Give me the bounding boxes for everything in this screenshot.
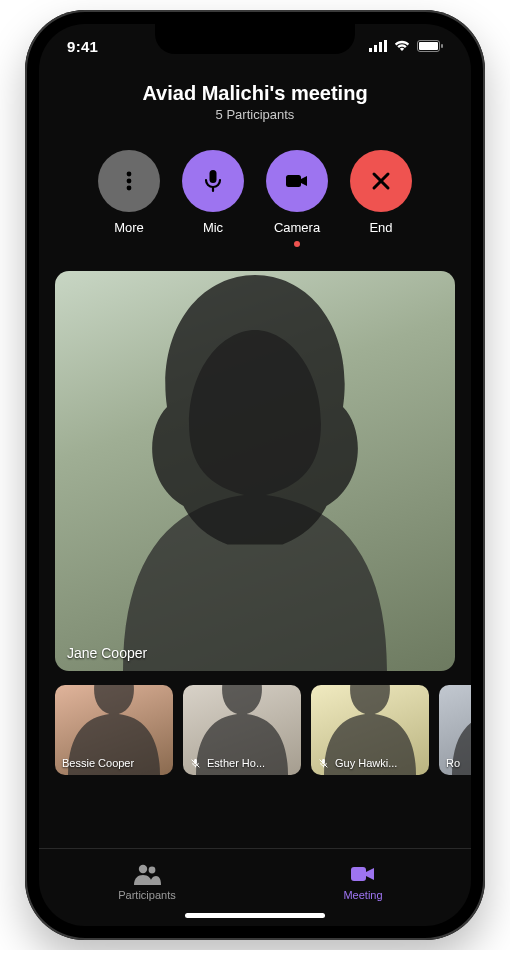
end-button[interactable] [350,150,412,212]
svg-rect-2 [379,42,382,52]
thumb-2-name: Esther Ho... [190,757,265,769]
more-label: More [114,220,144,235]
cellular-icon [369,40,387,52]
controls-row: More Mic Camera End [39,128,471,261]
thumb-3-name: Guy Hawki... [318,757,397,769]
nav-participants-label: Participants [118,889,175,901]
svg-rect-3 [384,40,387,52]
svg-point-22 [149,866,156,873]
more-button[interactable] [98,150,160,212]
mic-muted-icon [190,758,201,769]
svg-rect-1 [374,45,377,52]
battery-icon [417,40,443,52]
camera-label: Camera [274,220,320,235]
svg-rect-12 [286,175,301,187]
svg-point-7 [127,172,132,177]
svg-rect-5 [419,42,438,50]
screen: 9:41 Aviad Malichi's meeting 5 Participa… [39,24,471,926]
control-mic: Mic [182,150,244,247]
svg-point-9 [127,186,132,191]
mic-muted-icon [318,758,329,769]
notch [155,24,355,54]
thumb-2[interactable]: Esther Ho... [183,685,301,775]
svg-point-8 [127,179,132,184]
camera-icon [349,863,377,885]
meeting-header: Aviad Malichi's meeting 5 Participants [39,68,471,128]
thumb-1[interactable]: Bessie Cooper [55,685,173,775]
control-more: More [98,150,160,247]
control-camera: Camera [266,150,328,247]
nav-meeting[interactable]: Meeting [255,849,471,914]
thumbnail-row[interactable]: Bessie Cooper Esther Ho... Guy Hawki... [39,671,471,785]
meeting-title: Aviad Malichi's meeting [49,82,461,105]
mic-label: Mic [203,220,223,235]
control-end: End [350,150,412,247]
thumb-4[interactable]: Ro [439,685,471,775]
mic-icon [199,167,227,195]
main-video-tile[interactable]: Jane Cooper [55,271,455,671]
svg-point-21 [139,864,147,872]
home-indicator[interactable] [185,913,325,918]
end-label: End [369,220,392,235]
status-right [369,40,443,52]
meeting-subtitle: 5 Participants [49,107,461,122]
person-placeholder [55,271,455,671]
svg-rect-10 [210,170,217,183]
status-time: 9:41 [67,38,98,55]
camera-recording-indicator [294,241,300,247]
main-participant-name: Jane Cooper [67,645,147,661]
mic-button[interactable] [182,150,244,212]
participants-icon [133,863,161,885]
nav-participants[interactable]: Participants [39,849,255,914]
phone-frame: 9:41 Aviad Malichi's meeting 5 Participa… [25,10,485,940]
svg-rect-23 [351,867,366,881]
camera-icon [282,167,312,195]
more-icon [116,168,142,194]
close-icon [368,168,394,194]
thumb-4-name: Ro [446,757,460,769]
wifi-icon [393,40,411,52]
svg-rect-6 [441,44,443,48]
camera-button[interactable] [266,150,328,212]
nav-meeting-label: Meeting [343,889,382,901]
svg-rect-0 [369,48,372,52]
thumb-3[interactable]: Guy Hawki... [311,685,429,775]
thumb-1-name: Bessie Cooper [62,757,134,769]
